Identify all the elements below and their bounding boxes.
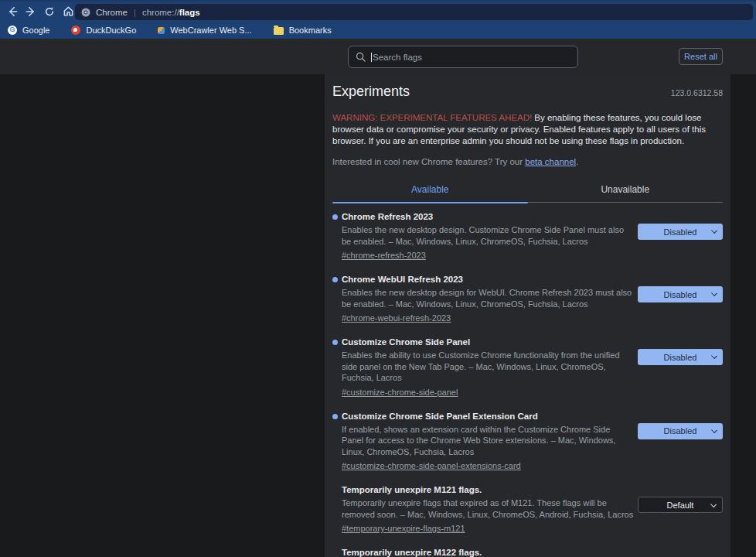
search-icon — [356, 52, 366, 62]
google-icon: G — [8, 26, 17, 35]
flag-permalink[interactable]: #chrome-refresh-2023 — [342, 251, 426, 260]
bookmarks-bar: G Google DuckDuckGo WebCrawler Web S... … — [0, 21, 756, 39]
flag-value-label: Disabled — [664, 353, 697, 362]
bookmark-google[interactable]: G Google — [8, 26, 49, 35]
flag-title: Temporarily unexpire M121 flags. — [342, 485, 638, 494]
reset-all-button[interactable]: Reset all — [679, 48, 723, 65]
promo-line: Interested in cool new Chrome features? … — [332, 157, 723, 166]
bookmark-label: DuckDuckGo — [86, 26, 136, 35]
page-title: Experiments — [332, 84, 410, 100]
warning-strong: WARNING: EXPERIMENTAL FEATURES AHEAD! — [332, 113, 532, 122]
chrome-logo-icon — [81, 8, 90, 17]
flag-permalink[interactable]: #customize-chrome-side-panel-extensions-… — [342, 461, 521, 470]
back-icon[interactable] — [3, 2, 22, 21]
flag-row-chrome-webui-refresh-2023: Chrome WebUI Refresh 2023 Enables the ne… — [332, 275, 723, 324]
flag-row-temporary-unexpire-m122: Temporarily unexpire M122 flags. Tempora… — [332, 548, 723, 557]
flag-row-temporary-unexpire-m121: Temporarily unexpire M121 flags. Tempora… — [332, 485, 723, 535]
flag-title: Temporarily unexpire M122 flags. — [342, 548, 638, 557]
experiments-panel: Experiments 123.0.6312.58 WARNING: EXPER… — [325, 74, 730, 557]
beta-channel-link[interactable]: beta channel — [525, 157, 576, 166]
bookmarks-folder-icon — [274, 27, 284, 35]
flags-header: Reset all — [0, 39, 756, 74]
flag-description: Enables the ability to use Customize Chr… — [342, 350, 634, 384]
flag-value-label: Disabled — [664, 290, 697, 299]
flag-list: Chrome Refresh 2023 Enables the new desk… — [332, 212, 723, 557]
flag-value-label: Default — [667, 501, 694, 510]
bookmark-folder-bookmarks[interactable]: Bookmarks — [274, 26, 332, 35]
tab-unavailable[interactable]: Unavailable — [528, 179, 724, 202]
flag-value-label: Disabled — [664, 426, 697, 436]
search-input[interactable] — [371, 53, 570, 62]
bookmark-duckduckgo[interactable]: DuckDuckGo — [71, 26, 136, 35]
flag-value-select[interactable]: Disabled — [638, 286, 723, 302]
browser-toolbar: Chrome | chrome://flags — [0, 0, 756, 21]
omnibox-url-host: flags — [179, 8, 200, 17]
duckduckgo-icon — [71, 26, 80, 35]
flag-title: Customize Chrome Side Panel — [342, 337, 638, 347]
chevron-down-icon — [710, 501, 717, 507]
flag-row-chrome-refresh-2023: Chrome Refresh 2023 Enables the new desk… — [332, 212, 723, 261]
default-changed-dot-icon — [332, 340, 338, 345]
warning-text: WARNING: EXPERIMENTAL FEATURES AHEAD! By… — [332, 112, 723, 147]
flag-description: Enables the new desktop design. Customiz… — [342, 224, 634, 247]
flag-value-select[interactable]: Disabled — [638, 423, 723, 439]
omnibox-separator: | — [134, 8, 136, 17]
tab-available[interactable]: Available — [332, 179, 528, 202]
flag-title: Chrome WebUI Refresh 2023 — [342, 275, 638, 284]
chevron-down-icon — [711, 227, 717, 234]
search-box[interactable] — [348, 46, 578, 68]
flag-title: Chrome Refresh 2023 — [342, 212, 638, 221]
omnibox-app-label: Chrome — [96, 8, 128, 17]
version-number: 123.0.6312.58 — [671, 88, 723, 97]
flag-description: Enables the new desktop design for WebUI… — [342, 287, 634, 309]
reload-icon[interactable] — [40, 2, 59, 21]
address-bar[interactable]: Chrome | chrome://flags — [75, 4, 753, 20]
flag-title: Customize Chrome Side Panel Extension Ca… — [342, 412, 638, 421]
forward-icon[interactable] — [22, 2, 40, 21]
flag-permalink[interactable]: #temporary-unexpire-flags-m121 — [342, 524, 465, 533]
flag-description: Temporarily unexpire flags that expired … — [342, 497, 634, 520]
flag-permalink[interactable]: #customize-chrome-side-panel — [342, 388, 458, 397]
bookmark-label: WebCrawler Web S... — [170, 26, 251, 35]
flag-description: If enabled, shows an extension card with… — [342, 424, 634, 458]
flag-value-select[interactable]: Disabled — [638, 349, 723, 365]
bookmark-webcrawler[interactable]: WebCrawler Web S... — [158, 26, 251, 35]
default-changed-dot-icon — [332, 214, 338, 220]
flag-row-customize-chrome-side-panel: Customize Chrome Side Panel Enables the … — [332, 337, 723, 398]
chevron-down-icon — [711, 426, 717, 432]
default-changed-dot-icon — [332, 277, 338, 282]
chevron-down-icon — [711, 353, 717, 359]
tab-strip: Available Unavailable — [332, 179, 723, 203]
flag-value-select[interactable]: Default — [638, 497, 723, 513]
bookmark-label: Google — [22, 26, 49, 35]
flag-permalink[interactable]: #chrome-webui-refresh-2023 — [342, 313, 451, 323]
chevron-down-icon — [711, 290, 717, 296]
flag-value-select[interactable]: Disabled — [638, 224, 723, 240]
bookmark-label: Bookmarks — [289, 26, 332, 35]
webcrawler-icon — [158, 27, 165, 34]
omnibox-url: chrome://flags — [142, 8, 200, 17]
default-changed-dot-icon — [332, 414, 338, 419]
flag-row-customize-chrome-side-panel-extension-card: Customize Chrome Side Panel Extension Ca… — [332, 412, 723, 473]
flag-value-label: Disabled — [664, 227, 697, 237]
